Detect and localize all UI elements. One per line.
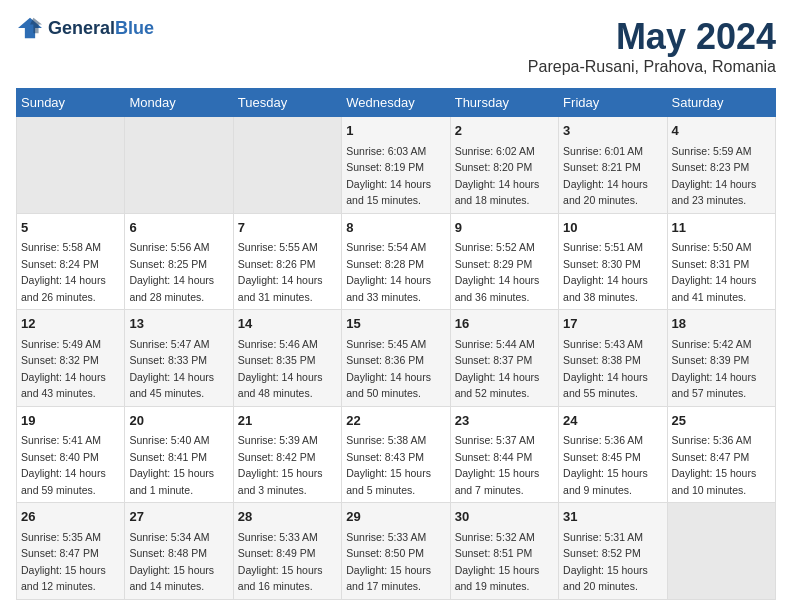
cell-info: Sunrise: 5:41 AMSunset: 8:40 PMDaylight:… — [21, 434, 106, 496]
cell-info: Sunrise: 5:50 AMSunset: 8:31 PMDaylight:… — [672, 241, 757, 303]
calendar-cell: 21Sunrise: 5:39 AMSunset: 8:42 PMDayligh… — [233, 406, 341, 503]
day-number: 31 — [563, 507, 662, 527]
weekday-header-row: SundayMondayTuesdayWednesdayThursdayFrid… — [17, 89, 776, 117]
day-number: 24 — [563, 411, 662, 431]
day-number: 18 — [672, 314, 771, 334]
day-number: 23 — [455, 411, 554, 431]
weekday-header-sunday: Sunday — [17, 89, 125, 117]
cell-info: Sunrise: 5:54 AMSunset: 8:28 PMDaylight:… — [346, 241, 431, 303]
calendar-cell: 9Sunrise: 5:52 AMSunset: 8:29 PMDaylight… — [450, 213, 558, 310]
day-number: 30 — [455, 507, 554, 527]
day-number: 2 — [455, 121, 554, 141]
calendar-cell: 16Sunrise: 5:44 AMSunset: 8:37 PMDayligh… — [450, 310, 558, 407]
calendar-cell — [233, 117, 341, 214]
cell-info: Sunrise: 5:51 AMSunset: 8:30 PMDaylight:… — [563, 241, 648, 303]
calendar-week-row: 1Sunrise: 6:03 AMSunset: 8:19 PMDaylight… — [17, 117, 776, 214]
cell-info: Sunrise: 5:58 AMSunset: 8:24 PMDaylight:… — [21, 241, 106, 303]
cell-info: Sunrise: 5:42 AMSunset: 8:39 PMDaylight:… — [672, 338, 757, 400]
page-header: GeneralBlue May 2024 Parepa-Rusani, Prah… — [16, 16, 776, 76]
main-title: May 2024 — [528, 16, 776, 58]
calendar-cell: 15Sunrise: 5:45 AMSunset: 8:36 PMDayligh… — [342, 310, 450, 407]
calendar-cell: 13Sunrise: 5:47 AMSunset: 8:33 PMDayligh… — [125, 310, 233, 407]
day-number: 22 — [346, 411, 445, 431]
day-number: 7 — [238, 218, 337, 238]
cell-info: Sunrise: 5:35 AMSunset: 8:47 PMDaylight:… — [21, 531, 106, 593]
cell-info: Sunrise: 5:33 AMSunset: 8:49 PMDaylight:… — [238, 531, 323, 593]
weekday-header-friday: Friday — [559, 89, 667, 117]
calendar-cell: 28Sunrise: 5:33 AMSunset: 8:49 PMDayligh… — [233, 503, 341, 600]
calendar-cell: 2Sunrise: 6:02 AMSunset: 8:20 PMDaylight… — [450, 117, 558, 214]
calendar-cell: 31Sunrise: 5:31 AMSunset: 8:52 PMDayligh… — [559, 503, 667, 600]
cell-info: Sunrise: 5:52 AMSunset: 8:29 PMDaylight:… — [455, 241, 540, 303]
cell-info: Sunrise: 5:44 AMSunset: 8:37 PMDaylight:… — [455, 338, 540, 400]
logo-text-general: General — [48, 18, 115, 38]
calendar-cell: 18Sunrise: 5:42 AMSunset: 8:39 PMDayligh… — [667, 310, 775, 407]
cell-info: Sunrise: 6:02 AMSunset: 8:20 PMDaylight:… — [455, 145, 540, 207]
calendar-cell: 4Sunrise: 5:59 AMSunset: 8:23 PMDaylight… — [667, 117, 775, 214]
calendar-cell: 25Sunrise: 5:36 AMSunset: 8:47 PMDayligh… — [667, 406, 775, 503]
cell-info: Sunrise: 5:36 AMSunset: 8:47 PMDaylight:… — [672, 434, 757, 496]
day-number: 4 — [672, 121, 771, 141]
cell-info: Sunrise: 5:36 AMSunset: 8:45 PMDaylight:… — [563, 434, 648, 496]
calendar-cell: 29Sunrise: 5:33 AMSunset: 8:50 PMDayligh… — [342, 503, 450, 600]
cell-info: Sunrise: 6:01 AMSunset: 8:21 PMDaylight:… — [563, 145, 648, 207]
day-number: 16 — [455, 314, 554, 334]
calendar-week-row: 5Sunrise: 5:58 AMSunset: 8:24 PMDaylight… — [17, 213, 776, 310]
day-number: 27 — [129, 507, 228, 527]
cell-info: Sunrise: 5:39 AMSunset: 8:42 PMDaylight:… — [238, 434, 323, 496]
calendar-cell: 3Sunrise: 6:01 AMSunset: 8:21 PMDaylight… — [559, 117, 667, 214]
day-number: 8 — [346, 218, 445, 238]
calendar-cell: 12Sunrise: 5:49 AMSunset: 8:32 PMDayligh… — [17, 310, 125, 407]
day-number: 29 — [346, 507, 445, 527]
cell-info: Sunrise: 6:03 AMSunset: 8:19 PMDaylight:… — [346, 145, 431, 207]
weekday-header-wednesday: Wednesday — [342, 89, 450, 117]
calendar-cell: 26Sunrise: 5:35 AMSunset: 8:47 PMDayligh… — [17, 503, 125, 600]
day-number: 25 — [672, 411, 771, 431]
calendar-week-row: 26Sunrise: 5:35 AMSunset: 8:47 PMDayligh… — [17, 503, 776, 600]
calendar-week-row: 19Sunrise: 5:41 AMSunset: 8:40 PMDayligh… — [17, 406, 776, 503]
day-number: 9 — [455, 218, 554, 238]
cell-info: Sunrise: 5:47 AMSunset: 8:33 PMDaylight:… — [129, 338, 214, 400]
calendar-cell — [17, 117, 125, 214]
weekday-header-tuesday: Tuesday — [233, 89, 341, 117]
calendar-cell: 19Sunrise: 5:41 AMSunset: 8:40 PMDayligh… — [17, 406, 125, 503]
calendar-cell: 22Sunrise: 5:38 AMSunset: 8:43 PMDayligh… — [342, 406, 450, 503]
cell-info: Sunrise: 5:31 AMSunset: 8:52 PMDaylight:… — [563, 531, 648, 593]
cell-info: Sunrise: 5:43 AMSunset: 8:38 PMDaylight:… — [563, 338, 648, 400]
calendar-cell: 30Sunrise: 5:32 AMSunset: 8:51 PMDayligh… — [450, 503, 558, 600]
day-number: 20 — [129, 411, 228, 431]
day-number: 10 — [563, 218, 662, 238]
day-number: 6 — [129, 218, 228, 238]
calendar-cell: 1Sunrise: 6:03 AMSunset: 8:19 PMDaylight… — [342, 117, 450, 214]
calendar-cell: 5Sunrise: 5:58 AMSunset: 8:24 PMDaylight… — [17, 213, 125, 310]
cell-info: Sunrise: 5:56 AMSunset: 8:25 PMDaylight:… — [129, 241, 214, 303]
day-number: 5 — [21, 218, 120, 238]
calendar-cell: 6Sunrise: 5:56 AMSunset: 8:25 PMDaylight… — [125, 213, 233, 310]
cell-info: Sunrise: 5:40 AMSunset: 8:41 PMDaylight:… — [129, 434, 214, 496]
calendar-cell: 7Sunrise: 5:55 AMSunset: 8:26 PMDaylight… — [233, 213, 341, 310]
calendar-cell: 24Sunrise: 5:36 AMSunset: 8:45 PMDayligh… — [559, 406, 667, 503]
title-block: May 2024 Parepa-Rusani, Prahova, Romania — [528, 16, 776, 76]
cell-info: Sunrise: 5:55 AMSunset: 8:26 PMDaylight:… — [238, 241, 323, 303]
weekday-header-thursday: Thursday — [450, 89, 558, 117]
cell-info: Sunrise: 5:49 AMSunset: 8:32 PMDaylight:… — [21, 338, 106, 400]
cell-info: Sunrise: 5:37 AMSunset: 8:44 PMDaylight:… — [455, 434, 540, 496]
calendar-cell: 20Sunrise: 5:40 AMSunset: 8:41 PMDayligh… — [125, 406, 233, 503]
calendar-cell: 11Sunrise: 5:50 AMSunset: 8:31 PMDayligh… — [667, 213, 775, 310]
day-number: 13 — [129, 314, 228, 334]
day-number: 19 — [21, 411, 120, 431]
subtitle: Parepa-Rusani, Prahova, Romania — [528, 58, 776, 76]
day-number: 26 — [21, 507, 120, 527]
day-number: 1 — [346, 121, 445, 141]
cell-info: Sunrise: 5:32 AMSunset: 8:51 PMDaylight:… — [455, 531, 540, 593]
calendar-table: SundayMondayTuesdayWednesdayThursdayFrid… — [16, 88, 776, 600]
day-number: 21 — [238, 411, 337, 431]
calendar-cell: 17Sunrise: 5:43 AMSunset: 8:38 PMDayligh… — [559, 310, 667, 407]
calendar-cell — [667, 503, 775, 600]
weekday-header-monday: Monday — [125, 89, 233, 117]
calendar-week-row: 12Sunrise: 5:49 AMSunset: 8:32 PMDayligh… — [17, 310, 776, 407]
calendar-cell: 27Sunrise: 5:34 AMSunset: 8:48 PMDayligh… — [125, 503, 233, 600]
logo: GeneralBlue — [16, 16, 154, 40]
logo-text-blue: Blue — [115, 18, 154, 38]
day-number: 11 — [672, 218, 771, 238]
